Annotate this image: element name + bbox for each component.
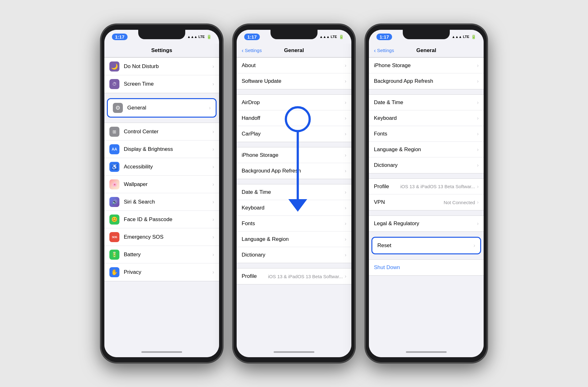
privacy-icon: ✋ — [109, 267, 119, 277]
3-dictionary-chevron: › — [477, 162, 479, 168]
about-chevron: › — [345, 63, 346, 68]
status-right-2: ▲▲▲ LTE 🔋 — [319, 34, 344, 39]
3-reset-chevron: › — [474, 243, 475, 248]
settings-row-control-center[interactable]: ⊞ Control Center › — [104, 123, 219, 140]
3-legal-label: Legal & Regulatory — [374, 220, 477, 227]
display-label: Display & Brightness — [124, 146, 213, 152]
settings-row-3-datetime[interactable]: Date & Time › — [369, 95, 484, 110]
phone-1: 1:17 ▲▲▲ LTE 🔋 Settings 🌙 Do Not Disturb… — [101, 24, 223, 363]
settings-row-iphone-storage[interactable]: iPhone Storage › — [237, 147, 351, 163]
software-update-chevron: › — [345, 78, 346, 84]
settings-row-handoff[interactable]: Handoff › — [237, 110, 351, 126]
settings-row-3-keyboard[interactable]: Keyboard › — [369, 110, 484, 126]
settings-row-keyboard[interactable]: Keyboard › — [237, 200, 351, 216]
fonts-label: Fonts — [242, 220, 345, 227]
do-not-disturb-chevron: › — [213, 64, 214, 69]
profile-chevron: › — [345, 273, 346, 279]
settings-row-profile[interactable]: Profile iOS 13 & iPadOS 13 Beta Softwar.… — [237, 268, 351, 284]
notch-1 — [138, 30, 185, 39]
nav-back-2[interactable]: ‹ Settings — [242, 48, 262, 53]
3-fonts-label: Fonts — [374, 131, 477, 137]
nav-back-3[interactable]: ‹ Settings — [374, 48, 394, 53]
settings-row-datetime[interactable]: Date & Time › — [237, 184, 351, 200]
back-label-3: Settings — [377, 48, 394, 53]
settings-row-faceid[interactable]: 😊 Face ID & Passcode › — [104, 211, 219, 228]
settings-row-screen-time[interactable]: ⏱ Screen Time › — [104, 75, 219, 93]
3-dictionary-label: Dictionary — [374, 162, 477, 168]
profile-label: Profile — [242, 273, 268, 279]
profile-value: iOS 13 & iPadOS 13 Beta Softwar... — [268, 274, 343, 279]
settings-row-3-profile[interactable]: Profile iOS 13 & iPadOS 13 Beta Softwar.… — [369, 179, 484, 194]
settings-row-wallpaper[interactable]: 🌸 Wallpaper › — [104, 176, 219, 193]
settings-row-language[interactable]: Language & Region › — [237, 231, 351, 247]
do-not-disturb-label: Do Not Disturb — [124, 63, 213, 70]
section-2b: AirDrop › Handoff › CarPlay › — [237, 94, 351, 142]
display-chevron: › — [213, 146, 214, 152]
settings-row-bg-refresh[interactable]: Background App Refresh › — [237, 163, 351, 179]
settings-row-3-reset[interactable]: Reset › — [372, 238, 480, 253]
settings-row-fonts[interactable]: Fonts › — [237, 216, 351, 231]
section-3e: Reset › — [371, 237, 481, 254]
settings-row-general[interactable]: ⚙ General › — [108, 99, 216, 117]
emergency-icon: SOS — [109, 232, 119, 242]
back-label-2: Settings — [245, 48, 262, 53]
settings-row-3-fonts[interactable]: Fonts › — [369, 126, 484, 142]
screen-2: 1:17 ▲▲▲ LTE 🔋 ‹ Settings General About — [237, 30, 351, 357]
screen-time-label: Screen Time — [124, 81, 213, 87]
settings-row-3-dictionary[interactable]: Dictionary › — [369, 157, 484, 173]
settings-list-3[interactable]: iPhone Storage › Background App Refresh … — [369, 57, 484, 347]
software-update-label: Software Update — [242, 78, 345, 84]
nav-bar-2: ‹ Settings General — [237, 44, 351, 57]
general-label: General — [127, 105, 209, 111]
home-indicator-1 — [141, 351, 182, 353]
airdrop-label: AirDrop — [242, 99, 345, 106]
back-chevron-2: ‹ — [242, 48, 244, 53]
settings-row-display[interactable]: AA Display & Brightness › — [104, 140, 219, 158]
status-time-3: 1:17 — [376, 34, 392, 40]
settings-row-3-legal[interactable]: Legal & Regulatory › — [369, 216, 484, 231]
phones-container: 1:17 ▲▲▲ LTE 🔋 Settings 🌙 Do Not Disturb… — [101, 24, 487, 363]
settings-row-do-not-disturb[interactable]: 🌙 Do Not Disturb › — [104, 58, 219, 75]
general-chevron: › — [209, 105, 211, 111]
carplay-label: CarPlay — [242, 131, 345, 137]
control-center-label: Control Center — [124, 129, 213, 135]
settings-row-3-iphone-storage[interactable]: iPhone Storage › — [369, 58, 484, 73]
privacy-chevron: › — [213, 269, 214, 275]
settings-row-dictionary[interactable]: Dictionary › — [237, 247, 351, 263]
settings-row-3-language[interactable]: Language & Region › — [369, 142, 484, 157]
bg-refresh-label: Background App Refresh — [242, 168, 345, 174]
settings-row-carplay[interactable]: CarPlay › — [237, 126, 351, 142]
3-language-chevron: › — [477, 147, 479, 152]
settings-row-3-bg-refresh[interactable]: Background App Refresh › — [369, 73, 484, 89]
settings-list-1[interactable]: 🌙 Do Not Disturb › ⏱ Screen Time › ⚙ Gen… — [104, 57, 219, 347]
settings-row-emergency[interactable]: SOS Emergency SOS › — [104, 228, 219, 246]
screen-3: 1:17 ▲▲▲ LTE 🔋 ‹ Settings General iPhone… — [369, 30, 484, 357]
settings-row-siri[interactable]: 🔊 Siri & Search › — [104, 193, 219, 211]
settings-row-accessibility[interactable]: ♿ Accessibility › — [104, 158, 219, 176]
iphone-storage-label: iPhone Storage — [242, 152, 345, 158]
siri-icon: 🔊 — [109, 197, 119, 207]
settings-row-airdrop[interactable]: AirDrop › — [237, 95, 351, 110]
3-vpn-label: VPN — [374, 199, 444, 205]
settings-row-software-update[interactable]: Software Update › — [237, 73, 351, 89]
settings-row-about[interactable]: About › — [237, 58, 351, 73]
screen-1: 1:17 ▲▲▲ LTE 🔋 Settings 🌙 Do Not Disturb… — [104, 30, 219, 357]
language-chevron: › — [345, 236, 346, 242]
faceid-icon: 😊 — [109, 215, 119, 225]
wallpaper-label: Wallpaper — [124, 181, 213, 188]
battery-icon-3: 🔋 — [471, 34, 476, 39]
settings-row-3-vpn[interactable]: VPN Not Connected › — [369, 194, 484, 210]
settings-list-2[interactable]: About › Software Update › AirDrop › — [237, 57, 351, 347]
emergency-label: Emergency SOS — [124, 234, 213, 240]
section-3a: iPhone Storage › Background App Refresh … — [369, 57, 484, 89]
siri-label: Siri & Search — [124, 199, 213, 205]
home-indicator-3 — [406, 351, 447, 353]
settings-row-3-shutdown[interactable]: Shut Down — [369, 260, 484, 275]
3-datetime-chevron: › — [477, 100, 479, 105]
settings-row-battery[interactable]: 🔋 Battery › — [104, 246, 219, 263]
display-icon: AA — [109, 144, 119, 154]
section-2d: Date & Time › Keyboard › Fonts › Languag… — [237, 184, 351, 263]
back-chevron-3: ‹ — [374, 48, 376, 53]
settings-row-privacy[interactable]: ✋ Privacy › — [104, 263, 219, 281]
nav-title-3: General — [416, 47, 436, 54]
